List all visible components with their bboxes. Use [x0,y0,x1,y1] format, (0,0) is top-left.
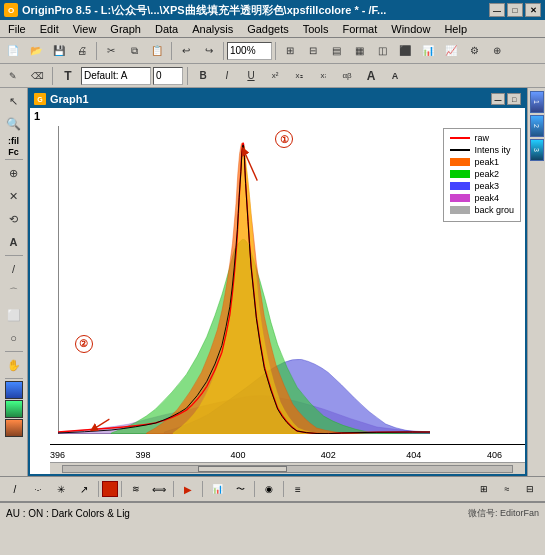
graph1-minimize[interactable]: — [491,93,505,105]
lt-sep-3 [5,351,23,352]
bt-red-box[interactable] [102,481,118,497]
text-icon[interactable]: T [57,65,79,87]
bt-sep-5 [254,481,255,497]
format-sep-1 [52,67,53,85]
bt-arrow-up[interactable]: ↗ [73,478,95,500]
undo-button[interactable]: ↩ [175,40,197,62]
paste-button[interactable]: 📋 [146,40,168,62]
bt-star[interactable]: ✳ [50,478,72,500]
menu-view[interactable]: View [67,22,103,36]
bt-dot-line[interactable]: ·-· [27,478,49,500]
close-button[interactable]: ✕ [525,3,541,17]
menu-tools[interactable]: Tools [297,22,335,36]
app-icon: O [4,3,18,17]
graph-plot: 1 [30,108,525,474]
fc-label: :fil [8,136,19,146]
smaller-button[interactable]: A [384,65,406,87]
minimize-button[interactable]: — [489,3,505,17]
bt-end-2[interactable]: ≈ [496,478,518,500]
legend-color-raw [450,137,470,139]
copy-button[interactable]: ⧉ [123,40,145,62]
rt-btn-3[interactable]: 3 [530,139,544,161]
rect-tool[interactable]: ⬜ [3,304,25,326]
zoom-input[interactable] [227,42,272,60]
tb-icon-8[interactable]: 📈 [440,40,462,62]
new-button[interactable]: 📄 [2,40,24,62]
bt-exchange[interactable]: ⟺ [148,478,170,500]
tb-icon-1[interactable]: ⊞ [279,40,301,62]
menu-help[interactable]: Help [438,22,473,36]
bold-button[interactable]: B [192,65,214,87]
subscript-button[interactable]: x₂ [288,65,310,87]
fc-label2: Fc [8,147,19,157]
bt-end-3[interactable]: ⊟ [519,478,541,500]
cross-tool[interactable]: ✕ [3,185,25,207]
rotate-tool[interactable]: ⟲ [3,208,25,230]
open-button[interactable]: 📂 [25,40,47,62]
tb-icon-9[interactable]: ⚙ [463,40,485,62]
zoom-tool[interactable]: 🔍 [3,113,25,135]
font-name-input[interactable] [81,67,151,85]
symbol-button[interactable]: αβ [336,65,358,87]
maximize-button[interactable]: □ [507,3,523,17]
menu-analysis[interactable]: Analysis [186,22,239,36]
palette-2[interactable] [5,400,23,418]
italic3-button[interactable]: xᵢ [312,65,334,87]
horizontal-scrollbar[interactable] [50,462,525,474]
bt-circle[interactable]: ◉ [258,478,280,500]
menu-gadgets[interactable]: Gadgets [241,22,295,36]
legend-label-raw: raw [474,133,489,143]
bt-sep-2 [121,481,122,497]
menu-graph[interactable]: Graph [104,22,147,36]
graph1-controls: — □ [491,93,521,105]
menu-edit[interactable]: Edit [34,22,65,36]
format-icon-2[interactable]: ⌫ [26,65,48,87]
hand-tool[interactable]: ✋ [3,354,25,376]
legend-color-peak4 [450,194,470,202]
bt-zigzag[interactable]: ≋ [125,478,147,500]
graph1-titlebar: G Graph1 — □ [30,90,525,108]
ellipse-tool[interactable]: ○ [3,327,25,349]
tb-icon-3[interactable]: ▤ [325,40,347,62]
palette-3[interactable] [5,419,23,437]
plot-svg [58,126,430,434]
save-button[interactable]: 💾 [48,40,70,62]
tb-icon-10[interactable]: ⊕ [486,40,508,62]
select-tool[interactable]: ↖ [3,90,25,112]
rt-btn-1[interactable]: 1 [530,91,544,113]
superscript-button[interactable]: x² [264,65,286,87]
bt-red-tri[interactable]: ▶ [177,478,199,500]
italic-button[interactable]: I [216,65,238,87]
tb-icon-7[interactable]: 📊 [417,40,439,62]
tb-icon-6[interactable]: ⬛ [394,40,416,62]
add-tool[interactable]: ⊕ [3,162,25,184]
bt-wave[interactable]: 〜 [229,478,251,500]
underline-button[interactable]: U [240,65,262,87]
tb-icon-2[interactable]: ⊟ [302,40,324,62]
tb-icon-5[interactable]: ◫ [371,40,393,62]
lt-sep-4 [5,378,23,379]
tb-icon-4[interactable]: ▦ [348,40,370,62]
cut-button[interactable]: ✂ [100,40,122,62]
palette-1[interactable] [5,381,23,399]
font-size-input[interactable] [153,67,183,85]
bt-end-1[interactable]: ⊞ [473,478,495,500]
format-icon-1[interactable]: ✎ [2,65,24,87]
graph1-restore[interactable]: □ [507,93,521,105]
redo-button[interactable]: ↪ [198,40,220,62]
scrollbar-thumb[interactable] [198,466,288,472]
rt-btn-2[interactable]: 2 [530,115,544,137]
menu-data[interactable]: Data [149,22,184,36]
larger-button[interactable]: A [360,65,382,87]
format-sep-2 [187,67,188,85]
curve-tool[interactable]: ⌒ [3,281,25,303]
print-button[interactable]: 🖨 [71,40,93,62]
bt-bar-chart[interactable]: 📊 [206,478,228,500]
menu-file[interactable]: File [2,22,32,36]
menu-window[interactable]: Window [385,22,436,36]
bt-line[interactable]: / [4,478,26,500]
line-tool[interactable]: / [3,258,25,280]
bt-lines[interactable]: ≡ [287,478,309,500]
menu-format[interactable]: Format [336,22,383,36]
text-tool[interactable]: A [3,231,25,253]
